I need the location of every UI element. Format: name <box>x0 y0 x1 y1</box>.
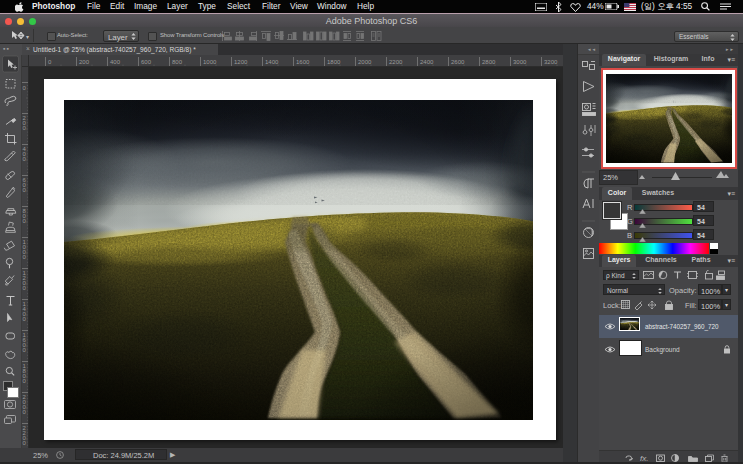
svg-text:2400: 2400 <box>420 59 434 65</box>
svg-text:2800: 2800 <box>482 59 496 65</box>
svg-text:600: 600 <box>141 59 152 65</box>
svg-text:2000: 2000 <box>358 59 372 65</box>
svg-text:1400: 1400 <box>265 59 279 65</box>
svg-text:1000: 1000 <box>203 59 217 65</box>
svg-text:1800: 1800 <box>327 59 341 65</box>
svg-text:0: 0 <box>48 59 52 65</box>
svg-text:400: 400 <box>110 59 121 65</box>
svg-text:2600: 2600 <box>451 59 465 65</box>
svg-text:3000: 3000 <box>513 59 527 65</box>
svg-text:2200: 2200 <box>389 59 403 65</box>
svg-text:3200: 3200 <box>544 59 558 65</box>
svg-text:800: 800 <box>172 59 183 65</box>
svg-text:200: 200 <box>79 59 90 65</box>
svg-text:1600: 1600 <box>296 59 310 65</box>
svg-text:1200: 1200 <box>234 59 248 65</box>
svg-text:fx.: fx. <box>640 454 648 462</box>
